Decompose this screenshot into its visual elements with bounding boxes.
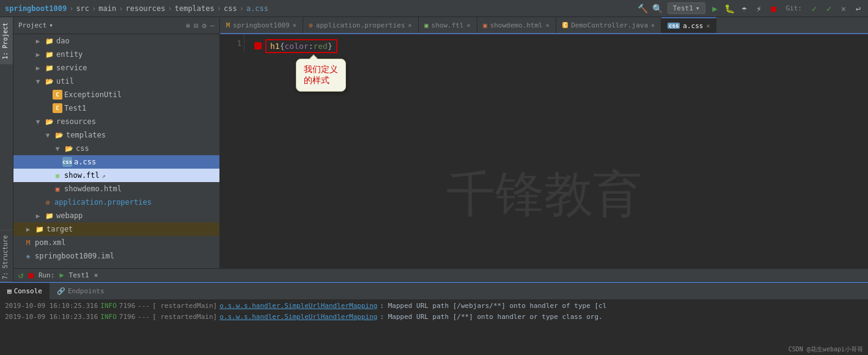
folder-icon: 📁 <box>45 49 54 59</box>
tree-item-css[interactable]: ▼ 📂 css <box>13 142 219 155</box>
tree-item-label: entity <box>56 50 83 59</box>
tree-item-exceptionutil[interactable]: C ExceptionUtil <box>13 88 219 101</box>
panel-header: Project ▾ ⊕ ⊟ ⚙ — <box>13 17 219 34</box>
git-check-icon[interactable]: ✓ <box>809 4 819 13</box>
line-numbers: 1 <box>220 34 245 53</box>
log-class[interactable]: o.s.w.s.handler.SimpleUrlHandlerMapping <box>219 313 377 321</box>
code-property: color <box>284 42 308 51</box>
tooltip-bubble: 我们定义 的样式 <box>296 59 346 92</box>
tree-item-dao[interactable]: ▶ 📁 dao <box>13 34 219 48</box>
tab-showdemohtml[interactable]: ▣ showdemo.html × <box>477 17 556 33</box>
tab-showftl[interactable]: ▣ show.ftl × <box>419 17 477 33</box>
tree-item-appprops[interactable]: ⚙ application.properties <box>13 196 219 209</box>
tab-icon: ▣ <box>484 22 487 29</box>
tooltip-line2: 的样式 <box>304 75 338 86</box>
stop-run-icon[interactable]: ■ <box>28 270 33 280</box>
tree-item-pom[interactable]: M pom.xml <box>13 236 219 249</box>
expand-icon: ▼ <box>53 144 62 153</box>
log-pid: 7196 <box>119 313 136 321</box>
log-level: INFO <box>100 302 117 310</box>
tab-close-icon[interactable]: × <box>706 23 710 29</box>
sidebar-item-project[interactable]: 1: Project <box>0 17 13 64</box>
tree-item-label: webapp <box>56 211 83 220</box>
expand-icon: ▶ <box>33 211 43 221</box>
run-bar: ↺ ■ Run: ▶ Test1 × <box>13 268 868 282</box>
tree-item-acss[interactable]: css a.css <box>13 155 219 169</box>
tree-item-test1[interactable]: C Test1 <box>13 101 219 115</box>
breadcrumb-resources[interactable]: resources <box>125 4 165 13</box>
tree-item-module[interactable]: ◈ springboot1009.iml <box>13 249 219 263</box>
tree-item-service[interactable]: ▶ 📁 service <box>13 61 219 75</box>
breakpoint-indicator[interactable] <box>254 42 262 49</box>
breadcrumb-css[interactable]: css <box>224 4 237 13</box>
tab-close-icon[interactable]: × <box>546 22 550 29</box>
coverage-icon[interactable]: ☂ <box>740 4 749 13</box>
tree-item-entity[interactable]: ▶ 📁 entity <box>13 48 219 61</box>
git-check2-icon[interactable]: ✓ <box>824 4 834 13</box>
tree-item-util[interactable]: ▼ 📂 util <box>13 75 219 88</box>
tab-icon: ▣ <box>425 22 428 29</box>
log-thread: [ restartedMain] <box>152 313 217 321</box>
tree-item-target[interactable]: ▶ 📁 target <box>13 222 219 236</box>
breadcrumb-templates[interactable]: templates <box>175 4 215 13</box>
tab-label: application.properties <box>316 21 405 29</box>
tree-item-webapp[interactable]: ▶ 📁 webapp <box>13 209 219 222</box>
tree-item-label: util <box>56 77 74 86</box>
tab-close-icon[interactable]: × <box>467 22 471 29</box>
profile-icon[interactable]: ⚡ <box>754 4 764 13</box>
tab-close-icon[interactable]: × <box>408 22 412 29</box>
tab-democontroller[interactable]: C DemoController.java × <box>556 17 661 33</box>
tree-item-templates[interactable]: ▼ 📂 templates <box>13 128 219 142</box>
tab-bar: M springboot1009 × ⚙ application.propert… <box>220 17 868 34</box>
breadcrumb-project[interactable]: springboot1009 <box>5 4 67 13</box>
tree-item-showdemohtml[interactable]: ▣ showdemo.html <box>13 182 219 196</box>
log-message: : Mapped URL path [/webjars/**] onto han… <box>380 302 606 310</box>
log-line-1: 2019-10-09 16:10:25.316 INFO 7196 --- [ … <box>5 300 863 311</box>
tab-endpoints[interactable]: 🔗 Endpoints <box>50 283 112 299</box>
run-config[interactable]: Test1 ▾ <box>668 2 705 14</box>
run-close-icon[interactable]: × <box>94 271 98 279</box>
breadcrumb-src[interactable]: src <box>76 4 89 13</box>
tab-console[interactable]: ▤ Console <box>0 283 50 299</box>
tree-item-showftl[interactable]: ▣ show.ftl ↗ <box>13 169 219 182</box>
tab-label: DemoController.java <box>571 21 648 29</box>
tree-item-label: showdemo.html <box>64 185 122 193</box>
tab-appprops[interactable]: ⚙ application.properties × <box>303 17 419 33</box>
tab-springboot1009[interactable]: M springboot1009 × <box>220 17 303 33</box>
breadcrumb-file[interactable]: a.css <box>246 4 268 13</box>
folder-open-icon: 📂 <box>64 144 74 153</box>
tree-item-resources[interactable]: ▼ 📂 resources <box>13 115 219 128</box>
java-file-icon: C <box>53 90 62 100</box>
sidebar-item-structure[interactable]: 7: Structure <box>0 230 13 284</box>
run-config-label: Test1 <box>673 4 693 12</box>
line-number-1: 1 <box>223 39 241 48</box>
debug-icon[interactable]: 🐛 <box>725 4 735 13</box>
close-icon[interactable]: — <box>210 21 215 30</box>
collapse-icon[interactable]: ⊟ <box>194 21 198 30</box>
stop-icon[interactable]: ■ <box>769 4 779 13</box>
hammer-icon[interactable]: 🔨 <box>638 4 648 13</box>
log-separator: --- <box>138 313 150 321</box>
log-level: INFO <box>100 313 117 321</box>
title-bar: springboot1009 › src › main › resources … <box>0 0 868 17</box>
tab-close-icon[interactable]: × <box>651 22 655 29</box>
chevron-down-icon[interactable]: ▾ <box>49 21 53 29</box>
tab-label: show.ftl <box>432 21 464 29</box>
settings-icon[interactable]: ⚙ <box>202 21 207 30</box>
code-highlight-box: h1 { color : red } <box>265 39 337 53</box>
tree-item-label: service <box>56 64 87 72</box>
tab-acss[interactable]: css a.css × <box>661 17 716 33</box>
sync-icon[interactable]: ⊕ <box>186 21 190 30</box>
git-x-icon[interactable]: ✕ <box>839 4 848 13</box>
ftl-file-icon: ▣ <box>53 170 62 180</box>
search-icon[interactable]: 🔍 <box>653 4 663 13</box>
restart-icon[interactable]: ↺ <box>18 270 23 280</box>
xml-file-icon: M <box>23 238 33 247</box>
log-class[interactable]: o.s.w.s.handler.SimpleUrlHandlerMapping <box>219 302 377 310</box>
undo-icon[interactable]: ↩ <box>853 4 863 13</box>
code-line-1: h1 { color : red } <box>254 39 861 53</box>
tab-close-icon[interactable]: × <box>293 22 296 29</box>
run-icon[interactable]: ▶ <box>710 4 720 13</box>
code-close-brace: } <box>328 42 333 51</box>
breadcrumb-main[interactable]: main <box>98 4 116 13</box>
